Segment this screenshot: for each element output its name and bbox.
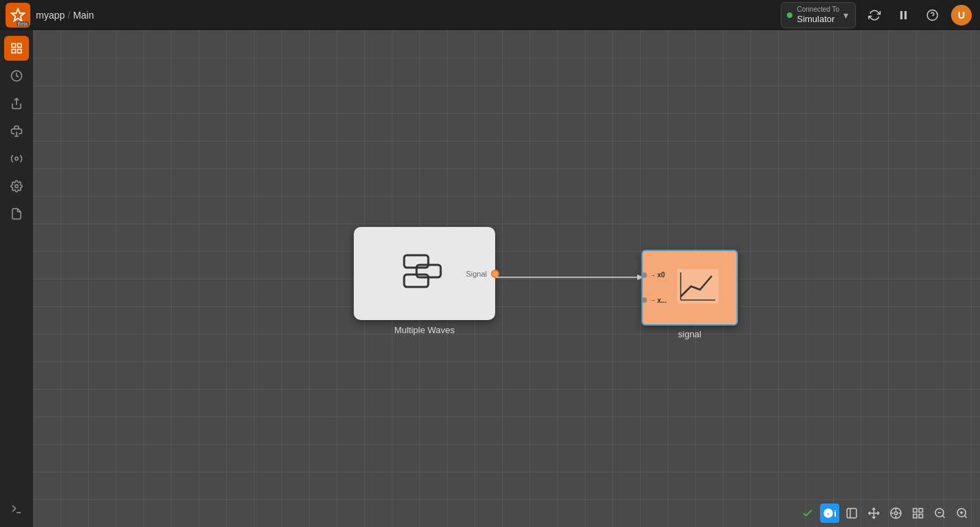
signal-node-label: signal — [643, 329, 737, 339]
beta-badge: Beta — [17, 21, 29, 26]
sidebar — [0, 30, 33, 527]
simulator-label: Simulator — [797, 14, 839, 26]
port-xmore-text: x... — [657, 297, 667, 304]
sidebar-item-terminal[interactable] — [4, 497, 29, 521]
info-button[interactable]: i — [820, 504, 839, 523]
sidebar-item-settings[interactable] — [4, 174, 29, 199]
sidebar-item-plugins[interactable] — [4, 146, 29, 171]
connection-line — [496, 272, 648, 286]
signal-node[interactable]: → x0 → x... signal — [641, 250, 738, 326]
svg-rect-35 — [913, 515, 917, 518]
target-button[interactable] — [886, 504, 906, 523]
svg-rect-4 — [12, 43, 15, 47]
svg-rect-17 — [677, 269, 719, 304]
sidebar-bottom — [4, 497, 29, 521]
breadcrumb-page[interactable]: Main — [73, 10, 94, 21]
signal-node-ports: → x0 → x... — [646, 251, 667, 324]
bottom-toolbar: i — [790, 499, 980, 527]
port-x0-text: x0 — [657, 271, 665, 279]
connected-to-label: Connected To — [797, 6, 839, 14]
svg-rect-34 — [919, 508, 923, 512]
move-button[interactable] — [864, 504, 883, 523]
svg-rect-23 — [847, 508, 857, 518]
breadcrumb: myapp / Main — [36, 10, 94, 21]
help-button[interactable] — [922, 5, 943, 26]
svg-point-9 — [15, 157, 19, 161]
zoom-out-button[interactable] — [930, 504, 950, 523]
zoom-in-button[interactable] — [952, 504, 972, 523]
breadcrumb-separator: / — [68, 10, 70, 21]
topbar-left: Beta myapp / Main — [0, 3, 94, 28]
multiple-waves-node[interactable]: Signal Multiple Waves — [354, 227, 495, 320]
canvas[interactable]: Signal Multiple Waves → x0 → x... — [33, 30, 980, 527]
status-dot — [787, 12, 792, 18]
port-x0-label: → — [646, 272, 656, 279]
multiple-waves-icon — [394, 246, 456, 301]
app-logo[interactable]: Beta — [6, 3, 30, 28]
svg-marker-0 — [12, 9, 24, 21]
sidebar-item-docs[interactable] — [4, 201, 29, 226]
connection-status[interactable]: Connected To Simulator ▾ — [781, 2, 856, 29]
sidebar-item-python[interactable] — [4, 119, 29, 143]
pause-button[interactable] — [893, 5, 914, 26]
refresh-button[interactable] — [864, 5, 885, 26]
svg-rect-7 — [18, 50, 21, 53]
connection-dropdown-icon[interactable]: ▾ — [843, 10, 848, 21]
svg-line-38 — [942, 515, 944, 517]
signal-port-label: Signal — [466, 270, 487, 278]
panel-button[interactable] — [842, 504, 861, 523]
port-xmore-row: → x... — [646, 297, 667, 304]
svg-rect-6 — [12, 50, 15, 53]
grid-button[interactable] — [908, 504, 928, 523]
port-x0-dot — [641, 272, 647, 278]
svg-rect-1 — [901, 11, 903, 19]
svg-line-41 — [964, 515, 966, 517]
svg-rect-5 — [18, 43, 21, 47]
svg-point-10 — [15, 185, 19, 188]
topbar-right: Connected To Simulator ▾ U — [781, 2, 980, 29]
sidebar-item-export[interactable] — [4, 91, 29, 116]
svg-rect-33 — [913, 508, 917, 512]
port-xmore-arrow: → — [646, 297, 656, 304]
connection-text: Connected To Simulator — [797, 6, 839, 26]
port-x0-row: → x0 — [646, 271, 667, 279]
signal-node-chart-icon — [674, 266, 722, 310]
breadcrumb-app[interactable]: myapp — [36, 10, 65, 21]
check-button[interactable] — [798, 504, 817, 523]
sidebar-item-history[interactable] — [4, 63, 29, 88]
topbar: Beta myapp / Main Connected To Simulator… — [0, 0, 980, 30]
svg-rect-2 — [905, 11, 907, 19]
sidebar-item-grid[interactable] — [4, 36, 29, 61]
user-avatar[interactable]: U — [951, 5, 972, 26]
svg-rect-36 — [919, 515, 923, 518]
svg-point-28 — [894, 512, 898, 515]
output-port[interactable] — [491, 270, 499, 278]
multiple-waves-label: Multiple Waves — [354, 325, 495, 335]
